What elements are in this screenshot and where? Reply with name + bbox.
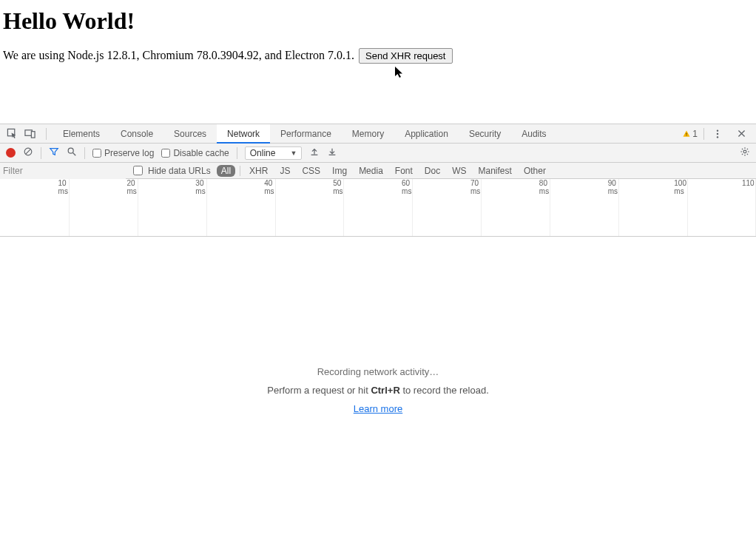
download-har-icon[interactable] xyxy=(327,146,337,159)
body-text: We are using Node.js 12.8.1, Chromium 78… xyxy=(3,49,354,61)
send-xhr-button[interactable]: Send XHR request xyxy=(359,48,452,64)
warnings-count: 1 xyxy=(692,129,698,139)
empty-shortcut: Ctrl+R xyxy=(371,385,399,396)
tick-label: 80 ms xyxy=(539,179,549,195)
tick-label: 60 ms xyxy=(402,179,411,195)
tab-console[interactable]: Console xyxy=(110,124,163,144)
hide-data-urls-label: Hide data URLs xyxy=(148,166,211,176)
type-chip-media[interactable]: Media xyxy=(354,165,388,177)
warnings-badge[interactable]: 1 xyxy=(682,129,698,139)
tab-security[interactable]: Security xyxy=(459,124,511,144)
separator xyxy=(41,147,41,159)
preserve-log-checkbox[interactable]: Preserve log xyxy=(92,148,154,158)
gear-icon[interactable] xyxy=(740,146,750,159)
tick-label: 50 ms xyxy=(333,179,342,195)
type-chip-other[interactable]: Other xyxy=(519,165,550,177)
devtools-panel: Elements Console Sources Network Perform… xyxy=(0,124,756,543)
tick-label: 40 ms xyxy=(264,179,274,195)
type-chip-img[interactable]: Img xyxy=(328,165,351,177)
network-timeline[interactable]: 10 ms 20 ms 30 ms 40 ms 50 ms 60 ms 70 m… xyxy=(0,179,756,237)
separator xyxy=(237,147,237,159)
separator xyxy=(84,147,85,159)
clear-icon[interactable] xyxy=(23,146,33,159)
separator xyxy=(240,166,240,176)
empty-line-2: Perform a request or hit Ctrl+R to recor… xyxy=(267,385,489,396)
tab-audits[interactable]: Audits xyxy=(511,124,556,144)
preserve-log-input[interactable] xyxy=(92,149,101,158)
throttling-select[interactable]: Online ▼ xyxy=(245,146,303,160)
empty-line-2a: Perform a request or hit xyxy=(267,385,371,396)
tick-label: 70 ms xyxy=(470,179,480,195)
tick-label: 20 ms xyxy=(126,179,136,195)
type-chip-js[interactable]: JS xyxy=(275,165,294,177)
page-title: Hello World! xyxy=(3,7,753,35)
type-chip-ws[interactable]: WS xyxy=(448,165,470,177)
tick-label: 100 ms xyxy=(674,179,686,195)
type-chip-manifest[interactable]: Manifest xyxy=(474,165,516,177)
chevron-down-icon: ▼ xyxy=(290,149,297,157)
filter-input[interactable] xyxy=(0,163,126,179)
type-chip-doc[interactable]: Doc xyxy=(420,165,445,177)
more-menu-icon[interactable] xyxy=(710,127,725,141)
upload-har-icon[interactable] xyxy=(309,146,320,159)
throttling-value: Online xyxy=(250,148,276,158)
svg-point-7 xyxy=(717,136,718,138)
svg-point-9 xyxy=(68,148,73,153)
tab-network[interactable]: Network xyxy=(217,124,270,144)
devtools-tabbar: Elements Console Sources Network Perform… xyxy=(0,124,756,144)
disable-cache-checkbox[interactable]: Disable cache xyxy=(161,148,229,158)
tick-label: 30 ms xyxy=(195,179,205,195)
tick-label: 10 ms xyxy=(58,179,68,195)
type-chip-xhr[interactable]: XHR xyxy=(245,165,272,177)
record-button[interactable] xyxy=(6,148,16,158)
device-toolbar-icon[interactable] xyxy=(22,127,37,141)
tick-label: 110 xyxy=(742,179,755,187)
network-toolbar: Preserve log Disable cache Online ▼ xyxy=(0,144,756,163)
tab-sources[interactable]: Sources xyxy=(163,124,217,144)
learn-more-link[interactable]: Learn more xyxy=(354,403,402,414)
separator xyxy=(703,128,704,140)
tick-label: 90 ms xyxy=(608,179,618,195)
preserve-log-label: Preserve log xyxy=(104,148,154,158)
type-chip-css[interactable]: CSS xyxy=(297,165,325,177)
mouse-cursor-icon xyxy=(395,67,405,81)
close-devtools-icon[interactable] xyxy=(734,127,749,141)
hide-data-urls-checkbox[interactable]: Hide data URLs xyxy=(126,163,215,178)
empty-line-1: Recording network activity… xyxy=(317,366,439,377)
filter-icon[interactable] xyxy=(49,146,59,159)
tab-memory[interactable]: Memory xyxy=(342,124,394,144)
disable-cache-label: Disable cache xyxy=(173,148,229,158)
hide-data-urls-input[interactable] xyxy=(133,166,143,175)
tab-performance[interactable]: Performance xyxy=(270,124,342,144)
svg-point-5 xyxy=(717,129,718,131)
svg-point-6 xyxy=(717,132,718,134)
svg-rect-4 xyxy=(686,135,687,135)
tab-elements[interactable]: Elements xyxy=(53,124,110,144)
search-icon[interactable] xyxy=(67,146,77,159)
svg-rect-2 xyxy=(31,132,35,138)
network-filterbar: Hide data URLs All XHR JS CSS Img Media … xyxy=(0,163,756,179)
disable-cache-input[interactable] xyxy=(161,149,170,158)
type-chip-all[interactable]: All xyxy=(217,165,235,177)
tab-application[interactable]: Application xyxy=(394,124,459,144)
separator xyxy=(46,128,47,140)
network-empty-state: Recording network activity… Perform a re… xyxy=(0,237,756,543)
empty-line-2c: to record the reload. xyxy=(400,385,489,396)
svg-rect-3 xyxy=(686,132,687,134)
inspect-element-icon[interactable] xyxy=(4,127,19,141)
type-chip-font[interactable]: Font xyxy=(391,165,417,177)
rendered-page: Hello World! We are using Node.js 12.8.1… xyxy=(0,0,756,124)
svg-point-10 xyxy=(743,150,746,153)
